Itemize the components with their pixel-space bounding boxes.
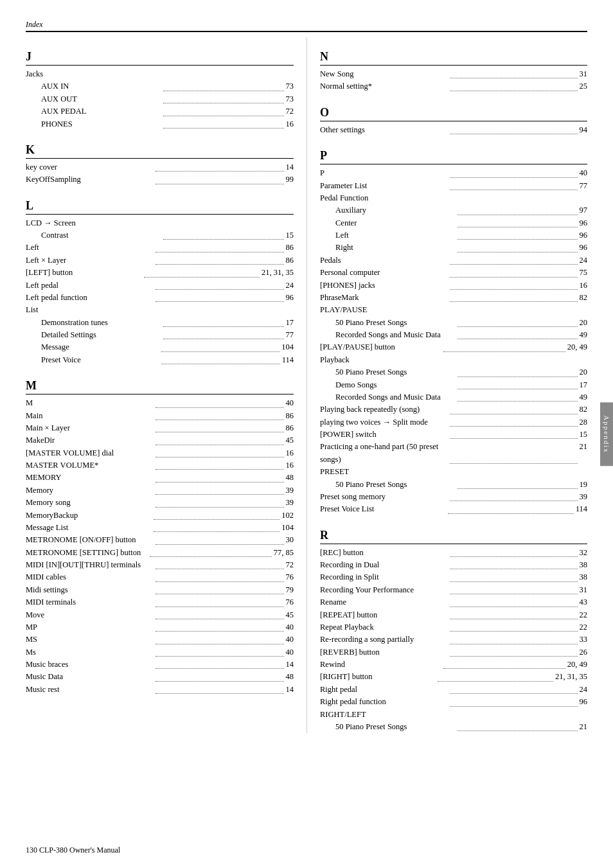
entry-dots bbox=[450, 491, 578, 501]
index-entry: Music braces14 bbox=[26, 659, 294, 671]
index-entry: Left pedal24 bbox=[26, 279, 294, 292]
entry-page: 96 bbox=[580, 242, 588, 254]
entry-dots bbox=[450, 559, 578, 569]
index-entry: Recording Your Performance31 bbox=[320, 584, 587, 596]
entry-page: 86 bbox=[286, 422, 294, 434]
entry-page: 21 bbox=[580, 721, 588, 733]
entry-text: METRONOME [ON/OFF] button bbox=[26, 534, 154, 546]
index-entry: MemoryBackup102 bbox=[26, 509, 294, 522]
entry-page: 17 bbox=[286, 317, 294, 329]
entry-page: 16 bbox=[286, 459, 294, 472]
entry-page: 73 bbox=[286, 93, 294, 105]
entry-text: Other settings bbox=[320, 124, 448, 136]
entry-page: 114 bbox=[576, 503, 587, 515]
index-entry: Message List104 bbox=[26, 522, 294, 534]
entry-dots bbox=[450, 80, 578, 91]
entry-text: Detailed Settings bbox=[41, 329, 161, 341]
entry-text: Music braces bbox=[26, 659, 154, 671]
entry-page: 14 bbox=[286, 684, 294, 696]
entry-text: Rewind bbox=[320, 659, 441, 671]
entry-text: MIDI terminals bbox=[26, 596, 154, 608]
index-entry: 50 Piano Preset Songs20 bbox=[320, 366, 587, 378]
entry-dots bbox=[155, 279, 283, 290]
entry-dots bbox=[458, 242, 578, 252]
entry-text: KeyOffSampling bbox=[26, 173, 154, 186]
entry-page: 76 bbox=[286, 596, 294, 608]
entry-text: [REC] button bbox=[320, 547, 448, 559]
entry-dots bbox=[450, 292, 578, 302]
index-entry: Demonstration tunes17 bbox=[26, 317, 294, 329]
index-entry: METRONOME [ON/OFF] button30 bbox=[26, 534, 294, 546]
entry-dots bbox=[450, 429, 578, 439]
index-label: Pedal Function bbox=[320, 192, 587, 204]
index-entry: P40 bbox=[320, 167, 587, 179]
entry-text: [REPEAT] button bbox=[320, 609, 448, 621]
entry-dots bbox=[450, 441, 578, 464]
entry-dots bbox=[450, 609, 578, 619]
index-entry: Preset Voice List114 bbox=[320, 503, 587, 515]
entry-text: M bbox=[26, 397, 154, 409]
entry-dots bbox=[154, 522, 280, 532]
entry-dots bbox=[163, 118, 283, 128]
entry-page: 86 bbox=[286, 410, 294, 422]
entry-dots bbox=[155, 659, 283, 669]
entry-text: AUX PEDAL bbox=[41, 105, 161, 118]
section-letter-n: N bbox=[320, 50, 587, 66]
index-entry: Left86 bbox=[26, 242, 294, 254]
entry-dots bbox=[450, 279, 578, 290]
entry-dots bbox=[155, 534, 283, 544]
entry-dots bbox=[155, 254, 283, 265]
entry-page: 17 bbox=[580, 379, 588, 391]
footer-label: 130 CLP-380 Owner's Manual bbox=[26, 846, 120, 855]
entry-page: 25 bbox=[580, 80, 588, 93]
entry-dots bbox=[155, 646, 283, 657]
entry-dots bbox=[163, 329, 283, 339]
entry-text: Preset Voice List bbox=[320, 503, 446, 515]
entry-text: Right bbox=[335, 242, 456, 254]
entry-page: 40 bbox=[286, 633, 294, 646]
section-letter-o: O bbox=[320, 106, 587, 121]
index-entry: [POWER] switch15 bbox=[320, 429, 587, 441]
index-entry: Playing back repeatedly (song)82 bbox=[320, 403, 587, 416]
entry-dots bbox=[458, 479, 578, 489]
entry-text: [RIGHT] button bbox=[320, 671, 436, 683]
entry-dots bbox=[155, 397, 283, 407]
index-label: PLAY/PAUSE bbox=[320, 304, 587, 316]
entry-page: 30 bbox=[286, 534, 294, 546]
entry-dots bbox=[155, 472, 283, 482]
index-entry: MS40 bbox=[26, 633, 294, 646]
index-entry: Demo Songs17 bbox=[320, 379, 587, 391]
entry-text: Pedals bbox=[320, 254, 448, 267]
entry-dots bbox=[154, 509, 280, 520]
entry-dots bbox=[155, 242, 283, 252]
entry-dots bbox=[450, 584, 578, 594]
index-entry: Memory song39 bbox=[26, 497, 294, 509]
entry-dots bbox=[161, 341, 280, 351]
entry-page: 24 bbox=[580, 684, 588, 696]
entry-page: 77 bbox=[580, 180, 588, 192]
index-entry: Left × Layer86 bbox=[26, 254, 294, 267]
entry-page: 20, 49 bbox=[567, 341, 587, 353]
entry-page: 38 bbox=[580, 559, 588, 571]
entry-dots bbox=[155, 584, 283, 594]
entry-text: Contrast bbox=[41, 229, 161, 242]
entry-page: 73 bbox=[286, 80, 294, 93]
entry-dots bbox=[155, 434, 283, 445]
entry-text: 50 Piano Preset Songs bbox=[335, 479, 456, 491]
entry-text: Right pedal bbox=[320, 684, 448, 696]
section-letter-l: L bbox=[26, 199, 294, 215]
entry-page: 49 bbox=[580, 329, 588, 341]
index-entry: MIDI [IN][OUT][THRU] terminals72 bbox=[26, 559, 294, 571]
index-label: List bbox=[26, 304, 294, 316]
entry-dots bbox=[450, 547, 578, 557]
section-letter-j: J bbox=[26, 50, 294, 66]
entry-page: 22 bbox=[580, 621, 588, 633]
entry-text: Repeat Playback bbox=[320, 621, 448, 633]
entry-page: 24 bbox=[286, 279, 294, 292]
entry-dots bbox=[163, 93, 283, 103]
index-entry: Center96 bbox=[320, 217, 587, 229]
entry-page: 48 bbox=[286, 472, 294, 484]
entry-dots bbox=[450, 596, 578, 607]
index-entry: M40 bbox=[26, 397, 294, 409]
index-entry: Detailed Settings77 bbox=[26, 329, 294, 341]
